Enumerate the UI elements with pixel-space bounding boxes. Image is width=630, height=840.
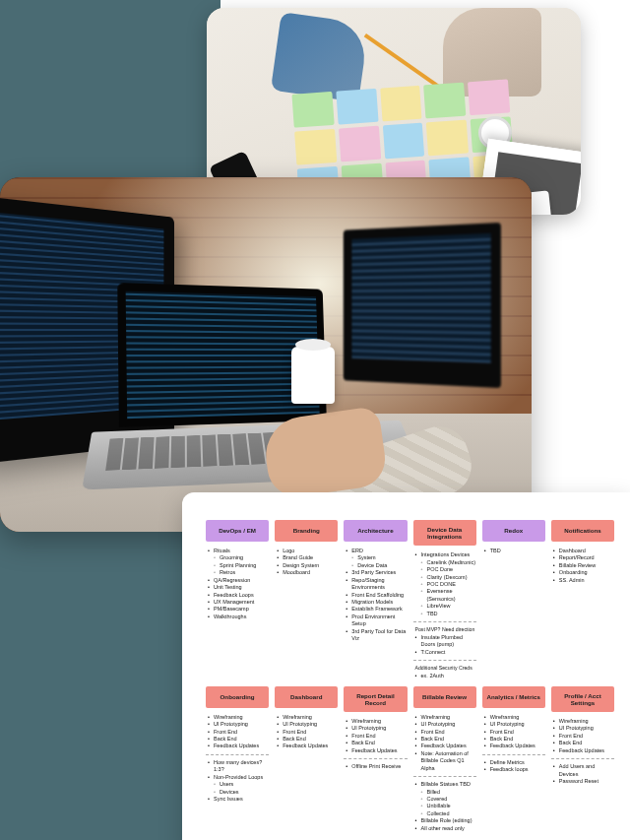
list-item: Unit Testing bbox=[208, 584, 269, 591]
board-column: OnboardingWireframingUI PrototypingFront… bbox=[206, 686, 269, 832]
list-item: Dashboard bbox=[553, 548, 614, 554]
list-item: Feedback Updates bbox=[208, 743, 269, 749]
list-item: UI Prototyping bbox=[346, 725, 407, 732]
list-item: Design System bbox=[277, 562, 338, 569]
list-item: Wireframing bbox=[484, 714, 545, 721]
column-header: Branding bbox=[275, 520, 338, 542]
list-item: Sync Issues bbox=[208, 796, 269, 803]
list-item: Front End bbox=[208, 729, 269, 736]
divider bbox=[482, 754, 545, 755]
list-item: System bbox=[346, 554, 407, 561]
column-header: Onboarding bbox=[206, 686, 269, 708]
list-item: 3rd Party Services bbox=[346, 569, 407, 576]
list-item: Establish Framework bbox=[346, 606, 407, 613]
list-item: Billable Statues TBD bbox=[415, 781, 476, 788]
list-item: UI Prototyping bbox=[277, 721, 338, 728]
divider bbox=[206, 754, 269, 755]
list-item: Feedback Updates bbox=[484, 743, 545, 749]
list-item: Migration Models bbox=[346, 599, 407, 606]
list-item: Covered bbox=[415, 796, 476, 803]
planning-board: DevOps / EMRitualsGroomingSprint Plannin… bbox=[182, 492, 630, 840]
list-item: Wireframing bbox=[277, 714, 338, 721]
coffee-cup-icon bbox=[291, 347, 335, 404]
board-column: Analytics / MetricsWireframingUI Prototy… bbox=[482, 686, 545, 832]
list-item: Insulate Plumbed Doors (pump) bbox=[415, 634, 476, 649]
list-item: Feedback Updates bbox=[277, 743, 338, 749]
list-item: Feedback Updates bbox=[415, 743, 476, 749]
board-column: Profile / Acct SettingsWireframingUI Pro… bbox=[551, 686, 614, 832]
list-item: Walkthroughs bbox=[208, 614, 269, 620]
list-item: Wireframing bbox=[415, 714, 476, 721]
board-column: NotificationsDashboardReport/RecordBilla… bbox=[551, 520, 614, 680]
list-item: Wireframing bbox=[346, 718, 407, 725]
list-item: Define Metrics bbox=[484, 759, 545, 766]
list-item: Billed bbox=[415, 789, 476, 796]
list-item: Eversense (Sensonics) bbox=[415, 588, 476, 603]
list-item: Wireframing bbox=[208, 714, 269, 721]
list-item: POC DONE bbox=[415, 581, 476, 588]
section-note: Post MVP? Need direction bbox=[415, 626, 476, 632]
list-item: Carelink (Medtronic) bbox=[415, 559, 476, 566]
list-item: 3rd Party Tool for Data Viz bbox=[346, 628, 407, 643]
list-item: Password Reset bbox=[553, 778, 614, 785]
board-column: Report Detail RecordWireframingUI Protot… bbox=[344, 686, 407, 832]
column-header: Profile / Acct Settings bbox=[551, 686, 614, 712]
list-item: Back End bbox=[208, 736, 269, 743]
list-item: Billable Review bbox=[553, 562, 614, 569]
column-header: DevOps / EM bbox=[206, 520, 269, 542]
divider bbox=[344, 758, 407, 759]
divider bbox=[551, 758, 614, 759]
list-item: Grooming bbox=[208, 554, 269, 561]
board-column: Device Data IntegrationsIntegrations Dev… bbox=[413, 520, 476, 680]
list-item: T:Connect bbox=[415, 649, 476, 656]
monitor-icon bbox=[344, 223, 501, 388]
list-item: Back End bbox=[277, 736, 338, 743]
list-item: Non-Provided Loops bbox=[208, 774, 269, 781]
list-item: UI Prototyping bbox=[484, 721, 545, 728]
column-header: Report Detail Record bbox=[344, 686, 407, 712]
list-item: UI Prototyping bbox=[415, 721, 476, 728]
list-item: Retros bbox=[208, 569, 269, 576]
list-item: Unbillable bbox=[415, 803, 476, 809]
list-item: PM/Basecamp bbox=[208, 606, 269, 613]
list-item: Feedback loops bbox=[484, 766, 545, 773]
list-item: ex. 2Auth bbox=[415, 673, 476, 679]
list-item: Wireframing bbox=[553, 718, 614, 725]
list-item: UX Management bbox=[208, 599, 269, 606]
board-column: Billable ReviewWireframingUI Prototyping… bbox=[413, 686, 476, 832]
list-item: Front End bbox=[484, 729, 545, 736]
list-item: Prod Environment Setup bbox=[346, 614, 407, 628]
list-item: Users bbox=[208, 781, 269, 788]
column-header: Dashboard bbox=[275, 686, 338, 708]
developer-photo bbox=[0, 177, 532, 532]
divider bbox=[413, 621, 476, 622]
list-item: Feedback Updates bbox=[553, 747, 614, 754]
list-item: Billable Role (editing) bbox=[415, 817, 476, 824]
board-column: BrandingLogoBrand GuideDesign SystemMood… bbox=[275, 520, 338, 680]
list-item: Feedback Loops bbox=[208, 592, 269, 599]
list-item: Clarity (Dexcom) bbox=[415, 574, 476, 581]
board-row-1: DevOps / EMRitualsGroomingSprint Plannin… bbox=[206, 520, 614, 680]
list-item: Offline Print Receive bbox=[346, 763, 407, 770]
column-header: Billable Review bbox=[413, 686, 476, 708]
board-column: DashboardWireframingUI PrototypingFront … bbox=[275, 686, 338, 832]
column-header: Notifications bbox=[551, 520, 614, 542]
list-item: Back End bbox=[346, 740, 407, 746]
board-column: RedoxTBD bbox=[482, 520, 545, 680]
list-item: Report/Record bbox=[553, 554, 614, 561]
list-item: Collected bbox=[415, 810, 476, 817]
column-header: Redox bbox=[482, 520, 545, 542]
list-item: Brand Guide bbox=[277, 554, 338, 561]
list-item: Devices bbox=[208, 789, 269, 796]
list-item: QA/Regression bbox=[208, 577, 269, 584]
column-header: Device Data Integrations bbox=[413, 520, 476, 546]
list-item: TBD bbox=[484, 548, 545, 554]
list-item: Feedback Updates bbox=[346, 747, 407, 754]
list-item: Device Data bbox=[346, 562, 407, 569]
section-note: Additional Security Creds bbox=[415, 665, 476, 671]
list-item: LibreView bbox=[415, 603, 476, 610]
divider bbox=[413, 776, 476, 777]
list-item: Back End bbox=[553, 740, 614, 746]
list-item: Back End bbox=[484, 736, 545, 743]
list-item: Front End bbox=[346, 733, 407, 740]
